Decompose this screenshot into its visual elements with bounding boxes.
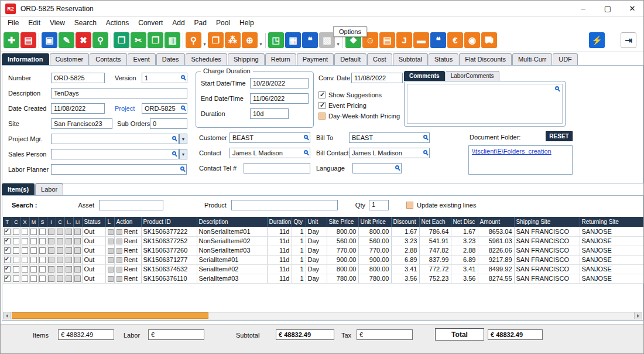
bill-to-field[interactable]: BEAST <box>349 132 430 143</box>
l-flag-icon[interactable] <box>108 229 114 235</box>
column-header-net-disc[interactable]: Net Disc <box>451 217 478 227</box>
tax-field[interactable]: € <box>357 329 413 340</box>
l-flag-icon[interactable] <box>108 248 114 254</box>
column-header-i-i[interactable]: I.I <box>73 217 82 227</box>
save-icon[interactable]: ▣ <box>42 32 57 48</box>
find-document-icon[interactable]: ❐ <box>114 32 129 48</box>
column-header-net-each[interactable]: Net Each <box>419 217 451 227</box>
message-icon[interactable]: ❝ <box>430 32 446 48</box>
column-header-action[interactable]: Action <box>114 217 141 227</box>
column-header-i[interactable]: I.. <box>64 217 73 227</box>
chevron-down-icon[interactable]: ▾ <box>258 32 263 48</box>
menu-convert[interactable]: Convert <box>133 18 167 28</box>
scrollbar-thumb[interactable] <box>12 312 208 319</box>
flag-checkbox[interactable] <box>39 229 46 235</box>
column-header-description[interactable]: Description <box>197 217 267 227</box>
flag-checkbox[interactable] <box>66 247 72 254</box>
search-icon[interactable] <box>304 135 308 139</box>
column-header-status[interactable]: Status <box>82 217 105 227</box>
table-row[interactable]: OutRentSK1506374532SerialItem#0211d1Day8… <box>3 264 643 274</box>
flag-checkbox[interactable] <box>66 229 72 235</box>
flag-checkbox[interactable] <box>74 275 81 282</box>
tab-information[interactable]: Information <box>2 53 49 65</box>
menu-pool[interactable]: Pool <box>211 18 235 28</box>
conv-date-field[interactable]: 11/08/2022 <box>351 73 403 83</box>
tab-labor[interactable]: Labor <box>35 183 63 195</box>
paste-icon[interactable]: ▥ <box>165 32 180 48</box>
flash-icon[interactable]: ⚡ <box>589 32 605 48</box>
menu-file[interactable]: File <box>3 18 23 28</box>
flag-checkbox[interactable] <box>48 247 54 254</box>
description-field[interactable]: TenDays <box>51 88 187 98</box>
maximize-button[interactable]: ▢ <box>595 1 620 17</box>
flag-checkbox[interactable] <box>30 238 37 244</box>
site-field[interactable]: San Francisco23 <box>51 118 112 129</box>
cut-icon[interactable]: ✂ <box>131 32 146 48</box>
row-checkbox[interactable] <box>4 247 11 254</box>
customer-field[interactable]: BEAST <box>229 132 310 143</box>
column-header-m[interactable]: M <box>29 217 38 227</box>
edit-icon[interactable]: ✎ <box>59 32 74 48</box>
contact-tel-field[interactable] <box>244 163 310 173</box>
show-suggestions-checkbox[interactable] <box>318 91 326 98</box>
row-checkbox[interactable] <box>4 266 11 273</box>
notes-icon[interactable]: ▤ <box>379 32 395 48</box>
flag-checkbox[interactable] <box>66 266 72 273</box>
menu-search[interactable]: Search <box>70 18 101 28</box>
column-header-product-id[interactable]: Product ID <box>141 217 197 227</box>
print-icon[interactable]: ▤ <box>20 32 36 48</box>
table-row[interactable]: OutRentSK1506377260NonSerialItem#0311d1D… <box>3 246 643 255</box>
bill-contact-field[interactable]: James L Madison <box>349 148 430 158</box>
l-flag-icon[interactable] <box>108 239 114 244</box>
column-header-unit[interactable]: Unit <box>306 217 327 227</box>
close-button[interactable]: ✕ <box>620 1 644 17</box>
menu-help[interactable]: Help <box>235 18 259 28</box>
menu-edit[interactable]: Edit <box>23 18 45 28</box>
flag-checkbox[interactable] <box>13 257 19 263</box>
flag-checkbox[interactable] <box>22 229 28 235</box>
column-header-unit-price[interactable]: Unit Price <box>358 217 391 227</box>
tab-udf[interactable]: UDF <box>553 53 578 65</box>
flag-checkbox[interactable] <box>39 247 46 254</box>
flag-checkbox[interactable] <box>74 247 81 254</box>
asset-input[interactable] <box>99 200 163 210</box>
number-field[interactable]: ORD-5825 <box>51 73 105 83</box>
search-icon[interactable] <box>172 136 176 140</box>
copy-icon[interactable]: ❐ <box>148 32 163 48</box>
flag-checkbox[interactable] <box>39 266 46 273</box>
tab-contacts[interactable]: Contacts <box>90 53 126 65</box>
flag-checkbox[interactable] <box>66 275 72 282</box>
chevron-down-icon[interactable]: ▼ <box>179 134 187 144</box>
flag-checkbox[interactable] <box>30 247 37 254</box>
column-header-duration[interactable]: Duration <box>267 217 292 227</box>
search-icon[interactable] <box>423 135 427 139</box>
reset-button[interactable]: RESET <box>546 131 573 141</box>
flag-checkbox[interactable] <box>66 257 72 263</box>
flag-checkbox[interactable] <box>57 275 63 282</box>
flag-checkbox[interactable] <box>57 257 63 263</box>
flag-checkbox[interactable] <box>39 275 46 282</box>
column-header-shipping-site[interactable]: Shipping Site <box>514 217 580 227</box>
tab-shipping[interactable]: Shipping <box>228 53 265 65</box>
flag-checkbox[interactable] <box>48 229 54 235</box>
tab-cost[interactable]: Cost <box>367 53 392 65</box>
truck-icon[interactable]: ⛟ <box>481 32 497 48</box>
chevron-down-icon[interactable]: ▼ <box>179 149 187 159</box>
row-checkbox[interactable] <box>4 229 11 235</box>
column-header-site-price[interactable]: Site Price <box>327 217 358 227</box>
flag-checkbox[interactable] <box>30 229 37 235</box>
hook-icon[interactable]: J <box>396 32 412 48</box>
flag-checkbox[interactable] <box>74 238 81 244</box>
tab-dates[interactable]: Dates <box>156 53 185 65</box>
sub-orders-field[interactable]: 0 <box>150 118 187 129</box>
row-checkbox[interactable] <box>4 257 11 263</box>
flag-checkbox[interactable] <box>22 247 28 254</box>
horizontal-scrollbar[interactable] <box>3 312 642 319</box>
table-row[interactable]: OutRentSK1506376110SerialItem#0311d1Day7… <box>3 274 643 283</box>
l-flag-icon[interactable] <box>108 276 114 282</box>
flag-checkbox[interactable] <box>48 238 54 244</box>
sales-person-field[interactable]: ▼ <box>51 149 179 159</box>
search-icon[interactable] <box>395 165 399 169</box>
flag-checkbox[interactable] <box>30 257 37 263</box>
flag-checkbox[interactable] <box>30 266 37 273</box>
